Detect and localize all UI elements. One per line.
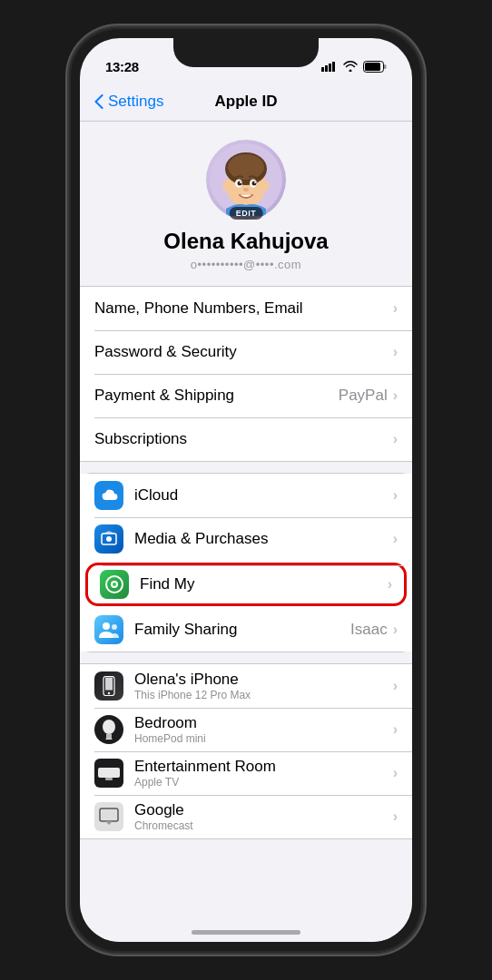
google-device-label: Google [134,801,393,819]
bottom-spacer [80,850,412,896]
chevron-icon: › [393,387,398,404]
profile-name: Olena Kahujova [163,229,328,254]
svg-rect-2 [329,64,331,72]
appletv-svg [98,766,120,780]
svg-rect-36 [102,810,116,819]
family-icon [94,615,123,644]
chevron-icon: › [393,765,398,781]
svg-rect-0 [321,67,324,72]
svg-rect-28 [105,678,113,691]
name-phone-email-item[interactable]: Name, Phone Numbers, Email › [80,287,412,330]
back-label: Settings [108,93,163,111]
iphone-device-text: Olena's iPhone This iPhone 12 Pro Max [134,671,393,701]
entertainment-device-sublabel: Apple TV [134,776,393,789]
findmy-item[interactable]: Find My › [85,563,407,606]
homepod-device-item[interactable]: Bedroom HomePod mini › [80,708,412,751]
avatar-wrapper[interactable]: EDIT [206,140,286,220]
chevron-icon: › [393,531,398,547]
google-device-sublabel: Chromecast [134,819,393,832]
findmy-svg [104,574,124,594]
apple-services-group: iCloud › Media & Purchases › [80,473,412,652]
entertainment-device-text: Entertainment Room Apple TV [134,758,393,789]
svg-point-19 [262,181,270,191]
iphone-svg [103,676,115,696]
svg-point-13 [238,181,242,186]
media-svg [100,530,118,548]
battery-icon [363,61,387,73]
subscriptions-label: Subscriptions [94,430,393,448]
media-purchases-item[interactable]: Media & Purchases › [80,517,412,561]
svg-point-21 [106,536,112,542]
homepod-device-icon [94,715,123,744]
svg-point-18 [222,181,230,191]
chevron-icon: › [393,344,398,360]
status-icons [321,61,387,73]
findmy-label: Find My [140,575,388,593]
entertainment-device-label: Entertainment Room [134,758,393,776]
google-device-item[interactable]: Google Chromecast › [80,795,412,838]
chevron-icon: › [388,576,392,593]
account-settings-group: Name, Phone Numbers, Email › Password & … [80,286,412,462]
notch [173,38,319,67]
payment-shipping-label: Payment & Shipping [94,387,339,405]
chevron-icon: › [393,721,398,738]
memoji-svg [210,143,282,216]
svg-point-15 [240,181,241,183]
google-device-text: Google Chromecast [134,801,393,832]
profile-email: o••••••••••@••••.com [191,258,301,271]
svg-rect-34 [105,778,113,780]
chevron-icon: › [393,300,398,317]
iphone-device-sublabel: This iPhone 12 Pro Max [134,689,393,701]
nav-bar: Settings Apple ID [80,82,412,122]
icloud-icon [94,481,123,510]
phone-screen: 13:28 [80,38,412,942]
svg-rect-33 [98,768,120,778]
svg-rect-3 [332,62,335,72]
family-value: Isaac [350,621,388,639]
bedroom-device-sublabel: HomePod mini [134,732,393,745]
svg-rect-6 [365,63,380,71]
svg-point-26 [112,624,117,630]
chevron-icon: › [393,678,398,694]
svg-rect-1 [325,65,328,72]
home-indicator [192,930,300,935]
icloud-label: iCloud [134,486,393,505]
bedroom-device-label: Bedroom [134,714,393,732]
chevron-icon: › [393,487,398,504]
profile-section: EDIT Olena Kahujova o••••••••••@••••.com [80,122,412,286]
payment-shipping-item[interactable]: Payment & Shipping PayPal › [80,374,412,417]
name-phone-email-label: Name, Phone Numbers, Email [94,299,393,318]
appletv-device-item[interactable]: Entertainment Room Apple TV › [80,751,412,795]
svg-rect-32 [105,739,113,740]
back-button[interactable]: Settings [94,93,163,111]
bedroom-device-text: Bedroom HomePod mini [134,714,393,745]
password-security-item[interactable]: Password & Security › [80,330,412,374]
svg-point-30 [103,720,115,734]
nav-title: Apple ID [215,93,278,111]
status-time: 13:28 [105,59,139,74]
media-purchases-label: Media & Purchases [134,530,393,548]
chromecast-svg [99,808,119,826]
family-svg [99,622,119,638]
chevron-icon: › [393,808,398,825]
svg-point-14 [252,181,257,186]
svg-point-24 [113,583,116,586]
icloud-item[interactable]: iCloud › [80,474,412,517]
avatar-edit-badge[interactable]: EDIT [230,207,263,220]
wifi-icon [343,61,358,72]
svg-point-10 [228,154,264,180]
subscriptions-item[interactable]: Subscriptions › [80,417,412,461]
iphone-device-item[interactable]: Olena's iPhone This iPhone 12 Pro Max › [80,664,412,708]
svg-point-25 [103,622,110,630]
homepod-svg [102,720,116,740]
payment-value: PayPal [339,387,388,405]
svg-point-16 [254,181,256,183]
findmy-icon [100,570,129,599]
password-security-label: Password & Security [94,343,393,361]
svg-rect-37 [107,821,111,822]
phone-shell: 13:28 [69,27,423,953]
content[interactable]: EDIT Olena Kahujova o••••••••••@••••.com… [80,122,412,942]
chevron-icon: › [393,622,398,638]
family-sharing-item[interactable]: Family Sharing Isaac › [80,608,412,652]
google-device-icon [94,802,123,831]
